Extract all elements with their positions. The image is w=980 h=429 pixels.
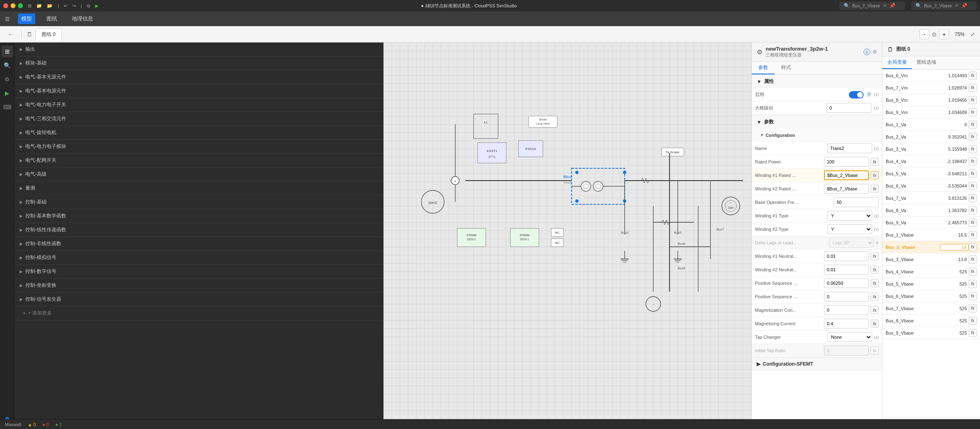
var-fx-btn-15[interactable]: fx (969, 255, 977, 264)
sidebar-section-header-12[interactable]: ▶ 控制-基本数学函数 (15, 209, 383, 223)
settings-icon[interactable]: ⚙ (873, 49, 877, 55)
sidebar-section-10[interactable]: ▶ 量测 (15, 181, 383, 195)
tab-style[interactable]: 样式 (775, 62, 797, 74)
close-icon-left[interactable]: ✕ (883, 3, 887, 9)
menu-model[interactable]: 模型 (18, 13, 35, 24)
var-fx-btn-5[interactable]: fx (969, 133, 977, 141)
sidebar-section-15[interactable]: ▶ 控制-模拟信号 (15, 251, 383, 265)
winding2-neutral-fx-btn[interactable]: fx (871, 266, 879, 274)
sidebar-section-header-3[interactable]: ▶ 电气-基本电源元件 (15, 84, 383, 98)
winding1-type-select[interactable]: Y D (827, 211, 872, 221)
var-fx-btn-21[interactable]: fx (969, 329, 977, 337)
model-level-input[interactable] (826, 103, 871, 113)
var-fx-btn-10[interactable]: fx (969, 194, 977, 202)
sidebar-section-header-9[interactable]: ▶ 电气-高级 (15, 168, 383, 181)
new-diagram-icon[interactable]: 🗒 (27, 31, 32, 38)
folder-icon[interactable]: 📂 (47, 3, 53, 9)
expand-icon[interactable]: ⤢ (970, 31, 975, 38)
menu-diagram[interactable]: 图纸 (43, 13, 60, 24)
winding1-neutral-fx-btn[interactable]: fx (871, 252, 879, 260)
var-fx-btn-4[interactable]: fx (969, 121, 977, 129)
sidebar-section-header-14[interactable]: ▶ 控制-非线性函数 (15, 237, 383, 250)
base-freq-input[interactable] (834, 197, 879, 207)
open-icon[interactable]: 📁 (36, 3, 42, 9)
var-fx-btn-0[interactable]: fx (969, 72, 977, 80)
sidebar-section-3[interactable]: ▶ 电气-基本电源元件 (15, 84, 383, 98)
sidebar-section-13[interactable]: ▶ 控制-线性传递函数 (15, 223, 383, 237)
sidebar-section-14[interactable]: ▶ 控制-非线性函数 (15, 237, 383, 251)
var-fx-btn-20[interactable]: fx (969, 317, 977, 325)
var-fx-btn-14[interactable]: fx (969, 243, 977, 251)
var-fx-btn-8[interactable]: fx (969, 170, 977, 178)
search-input-right[interactable]: Bus_2_Vbase (924, 3, 952, 8)
var-fx-btn-7[interactable]: fx (969, 157, 977, 165)
hamburger-icon[interactable]: ☰ (5, 16, 10, 22)
sidebar-icon-home[interactable]: ⊞ (2, 46, 13, 57)
sidebar-section-0[interactable]: ▶ 输出 (15, 42, 383, 56)
winding2-rated-input[interactable] (824, 184, 869, 194)
canvas-area[interactable]: Gen2 k1 EXST1 (F71) PSS1A STEAM GOV-1 (383, 42, 752, 429)
fit-button[interactable]: ⊙ (932, 31, 937, 38)
sidebar-section-18[interactable]: ▶ 控制-信号发生器 (15, 293, 383, 306)
mag-current-input[interactable] (824, 319, 869, 328)
mag-con-fx-btn[interactable]: fx (871, 306, 879, 314)
pos-seq-2-input[interactable] (824, 292, 869, 302)
sidebar-icon-run[interactable]: ▶ (2, 87, 13, 99)
var-fx-btn-6[interactable]: fx (969, 145, 977, 153)
tap-changer-select[interactable]: None (827, 332, 872, 342)
sidebar-section-header-16[interactable]: ▶ 控制-数字信号 (15, 265, 383, 278)
mag-con-input[interactable] (824, 305, 869, 315)
sidebar-section-header-11[interactable]: ▶ 控制-基础 (15, 195, 383, 209)
back-button[interactable]: ← (5, 29, 16, 40)
delta-lags-select[interactable]: Lags 30° (829, 238, 874, 248)
sidebar-section-header-4[interactable]: ▶ 电气-电力电子开关 (15, 98, 383, 112)
tap-ratio-fx-btn[interactable]: fx (871, 346, 879, 355)
sidebar-section-11[interactable]: ▶ 控制-基础 (15, 195, 383, 209)
var-fx-btn-16[interactable]: fx (969, 268, 977, 276)
new-icon[interactable]: ⊞ (28, 3, 31, 9)
sidebar-section-header-5[interactable]: ▶ 电气-三相交流元件 (15, 112, 383, 125)
sidebar-section-header-7[interactable]: ▶ 电气-电力电子模块 (15, 140, 383, 153)
tab-global-vars[interactable]: 全局变量 (882, 56, 912, 69)
config-subsection-header[interactable]: ▼ Configuration (752, 129, 882, 142)
sidebar-icon-terminal[interactable]: ⌨ (2, 101, 13, 113)
var-fx-btn-1[interactable]: fx (969, 84, 977, 92)
var-fx-btn-11[interactable]: fx (969, 206, 977, 214)
diagram-tab[interactable]: 图纸 0 (36, 28, 62, 40)
tab-diagram-options[interactable]: 图纸选项 (912, 56, 941, 69)
enable-toggle[interactable] (849, 91, 864, 98)
sidebar-section-6[interactable]: ▶ 电气-旋转电机 (15, 126, 383, 140)
winding1-rated-input[interactable] (824, 170, 869, 180)
sidebar-section-header-15[interactable]: ▶ 控制-模拟信号 (15, 251, 383, 264)
sidebar-section-header-8[interactable]: ▶ 电气-配网开关 (15, 154, 383, 167)
var-fx-btn-18[interactable]: fx (969, 292, 977, 300)
var-fx-btn-2[interactable]: fx (969, 96, 977, 104)
tab-params[interactable]: 参数 (752, 62, 775, 74)
pos-seq-2-fx-btn[interactable]: fx (871, 293, 879, 301)
sidebar-icon-settings[interactable]: ⚙ (2, 74, 13, 85)
sidebar-section-header-13[interactable]: ▶ 控制-线性传递函数 (15, 223, 383, 237)
mag-current-fx-btn[interactable]: fx (871, 320, 879, 328)
sidebar-section-header-17[interactable]: ▶ 控制-坐标变换 (15, 279, 383, 292)
menu-geo[interactable]: 地理信息 (69, 13, 96, 24)
var-fx-btn-9[interactable]: fx (969, 182, 977, 190)
pin-icon-right[interactable]: 📌 (961, 3, 967, 9)
var-fx-btn-3[interactable]: fx (969, 108, 977, 116)
winding2-neutral-input[interactable] (824, 265, 869, 275)
sidebar-section-17[interactable]: ▶ 控制-坐标变换 (15, 279, 383, 293)
sidebar-section-12[interactable]: ▶ 控制-基本数学函数 (15, 209, 383, 223)
sidebar-icon-search[interactable]: 🔍 (2, 60, 13, 71)
var-fx-btn-17[interactable]: fx (969, 280, 977, 288)
sidebar-section-8[interactable]: ▶ 电气-配网开关 (15, 154, 383, 168)
sidebar-section-header-0[interactable]: ▶ 输出 (15, 42, 383, 56)
pos-seq-1-fx-btn[interactable]: fx (871, 279, 879, 287)
sidebar-section-header-1[interactable]: ▶ 模块-基础 (15, 56, 383, 70)
info-icon[interactable]: ℹ (864, 49, 870, 55)
name-input[interactable] (827, 143, 872, 153)
params-header[interactable]: ▼ 参数 (752, 115, 882, 129)
sidebar-section-5[interactable]: ▶ 电气-三相交流元件 (15, 112, 383, 126)
winding1-rated-fx-btn[interactable]: fx (871, 171, 879, 179)
tap-ratio-input[interactable] (824, 346, 869, 355)
sidebar-section-header-18[interactable]: ▶ 控制-信号发生器 (15, 293, 383, 306)
var-fx-btn-19[interactable]: fx (969, 304, 977, 313)
